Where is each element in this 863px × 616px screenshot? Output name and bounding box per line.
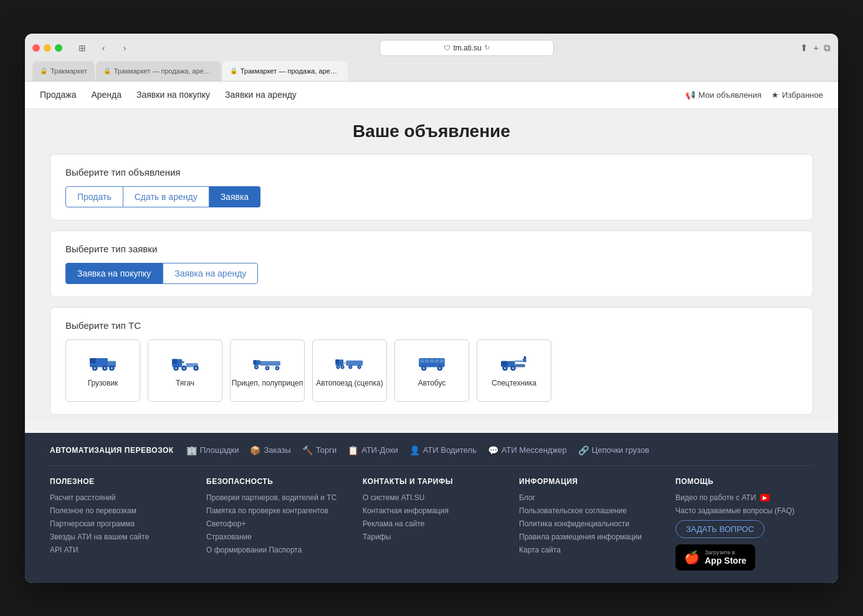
svg-rect-46 [430, 359, 434, 362]
link-memo[interactable]: Памятка по проверке контрагентов [206, 506, 344, 515]
vehicle-bus[interactable]: Автобус [394, 339, 469, 402]
link-stars[interactable]: Звезды АТИ на вашем сайте [50, 533, 188, 541]
vehicle-tractor[interactable]: Тягач [148, 339, 222, 402]
svg-rect-1 [90, 358, 96, 363]
link-sitemap[interactable]: Карта сайта [519, 546, 657, 554]
sidebar-toggle[interactable]: ⊞ [74, 42, 91, 54]
url-input[interactable]: 🛡 tm.ati.su ↻ [379, 40, 554, 56]
maximize-button[interactable] [55, 44, 62, 52]
svg-point-19 [195, 367, 197, 369]
svg-rect-25 [260, 361, 280, 365]
page-title: Ваше объявление [50, 121, 813, 141]
link-partner-program[interactable]: Партнерская программа [50, 519, 188, 528]
security-title: БЕЗОПАСНОСТЬ [206, 477, 344, 486]
tab-2[interactable]: 🔒 Тракмаркет — продажа, аренда и покупка… [96, 61, 221, 81]
link-tariffs[interactable]: Тарифы [363, 533, 500, 541]
auto-link-orders[interactable]: 📦 Заказы [250, 445, 290, 455]
footer-col-info: ИНФОРМАЦИЯ Блог Пользовательское соглаше… [519, 477, 657, 571]
browser-window: ⊞ ‹ › 🛡 tm.ati.su ↻ ⬆ + ⧉ 🔒 Тракмаркет [25, 34, 838, 583]
svg-rect-38 [346, 360, 363, 365]
svg-point-28 [267, 367, 268, 369]
footer-col-security: БЕЗОПАСНОСТЬ Проверки партнеров, водител… [206, 477, 344, 571]
svg-rect-55 [515, 364, 525, 367]
vehicle-road-train[interactable]: Автопоезд (сцепка) [312, 339, 387, 402]
link-posting-rules[interactable]: Правила размещения информации [519, 533, 657, 541]
close-button[interactable] [32, 44, 40, 52]
tab-label-2: Тракмаркет — продажа, аренда и покупка п… [114, 67, 214, 75]
link-checks[interactable]: Проверки партнеров, водителей и ТС [206, 493, 344, 502]
info-title: ИНФОРМАЦИЯ [519, 477, 657, 486]
request-button[interactable]: Заявка [209, 186, 260, 207]
bus-icon [417, 353, 447, 374]
tractor-label: Тягач [176, 379, 194, 389]
svg-point-50 [423, 367, 425, 369]
back-button[interactable]: ‹ [95, 42, 112, 54]
rent-request-button[interactable]: Заявка на аренду [163, 263, 258, 284]
site-nav: Продажа Аренда Заявки на покупку Заявки … [25, 82, 838, 109]
link-distances[interactable]: Расчет расстояний [50, 493, 188, 502]
link-privacy[interactable]: Политика конфиденциальности [519, 519, 657, 528]
link-video[interactable]: Видео по работе с АТИ ▶ [675, 493, 813, 502]
footer-col-contacts: КОНТАКТЫ И ТАРИФЫ О системе ATI.SU Конта… [363, 477, 500, 571]
svg-point-30 [277, 367, 278, 369]
browser-chrome: ⊞ ‹ › 🛡 tm.ati.su ↻ ⬆ + ⧉ 🔒 Тракмаркет [25, 34, 838, 82]
link-passport[interactable]: О формировании Паспорта [206, 546, 344, 554]
docs-label: АТИ-Доки [361, 445, 398, 455]
reload-icon[interactable]: ↻ [484, 44, 490, 52]
link-advertising[interactable]: Реклама на сайте [363, 519, 500, 528]
auto-link-driver[interactable]: 👤 АТИ Водитель [409, 445, 477, 455]
contacts-title: КОНТАКТЫ И ТАРИФЫ [363, 477, 500, 486]
tab-label-3: Тракмаркет — продажа, аренда и покупка п… [241, 67, 340, 75]
tab-1[interactable]: 🔒 Тракмаркет [32, 61, 95, 81]
my-ads-button[interactable]: 📢 Мои объявления [685, 90, 761, 100]
nav-sale[interactable]: Продажа [40, 90, 76, 100]
svg-point-60 [504, 367, 506, 369]
auto-link-docs[interactable]: 📋 АТИ-Доки [348, 445, 398, 455]
new-tab-icon[interactable]: + [813, 42, 819, 53]
auto-link-platforms[interactable]: 🏢 Площадки [186, 445, 239, 455]
link-faq[interactable]: Часто задаваемые вопросы (FAQ) [675, 506, 813, 515]
svg-rect-7 [108, 361, 115, 365]
tab-icon-3: 🔒 [230, 67, 237, 74]
auto-link-auctions[interactable]: 🔨 Торги [302, 445, 336, 455]
nav-buy-orders[interactable]: Заявки на покупку [136, 90, 210, 100]
link-user-agreement[interactable]: Пользовательское соглашение [519, 506, 657, 515]
forward-button[interactable]: › [116, 42, 133, 54]
link-transport-tips[interactable]: Полезное по перевозкам [50, 506, 188, 515]
road-train-label: Автопоезд (сцепка) [316, 379, 383, 389]
trailer-icon [252, 353, 282, 374]
tab-3[interactable]: 🔒 Тракмаркет — продажа, аренда и покупка… [222, 61, 348, 81]
link-blog[interactable]: Блог [519, 493, 657, 502]
svg-point-16 [183, 367, 185, 369]
sell-button[interactable]: Продать [65, 186, 123, 207]
automation-title: АВТОМАТИЗАЦИЯ ПЕРЕВОЗОК [50, 446, 174, 455]
link-svetofor[interactable]: Светофор+ [206, 519, 344, 528]
nav-rent[interactable]: Аренда [91, 90, 122, 100]
auto-link-chains[interactable]: 🔗 Цепочки грузов [578, 445, 649, 455]
link-api[interactable]: API АТИ [50, 546, 188, 554]
link-insurance[interactable]: Страхование [206, 533, 344, 541]
svg-point-42 [358, 366, 360, 367]
appstore-button[interactable]: 🍎 Загрузите в App Store [675, 544, 755, 571]
buy-request-button[interactable]: Заявка на покупку [65, 263, 163, 284]
auto-link-messenger[interactable]: 💬 АТИ Мессенджер [488, 445, 567, 455]
svg-point-5 [104, 367, 106, 369]
vehicle-trailer[interactable]: Прицеп, полуприцеп [230, 339, 305, 402]
svg-rect-11 [172, 359, 177, 364]
ask-question-button[interactable]: ЗАДАТЬ ВОПРОС [675, 520, 765, 538]
minimize-button[interactable] [44, 44, 51, 52]
favorites-button[interactable]: ★ Избранное [771, 90, 823, 100]
share-icon[interactable]: ⬆ [800, 42, 808, 54]
request-type-card: Выберите тип заявки Заявка на покупку За… [50, 230, 813, 297]
announcement-type-card: Выберите тип объявления Продать Сдать в … [50, 154, 813, 220]
rent-out-button[interactable]: Сдать в аренду [123, 186, 209, 207]
tabs-icon[interactable]: ⧉ [824, 42, 831, 54]
messenger-icon: 💬 [488, 445, 498, 455]
link-contact-info[interactable]: Контактная информация [363, 506, 500, 515]
vehicle-spec[interactable]: Спецтехника [477, 339, 551, 402]
tab-label-1: Тракмаркет [50, 67, 87, 75]
link-about[interactable]: О системе ATI.SU [363, 493, 500, 502]
nav-rent-orders[interactable]: Заявки на аренду [225, 90, 297, 100]
vehicle-truck[interactable]: Грузовик [65, 339, 140, 402]
vehicle-type-title: Выберите тип ТС [65, 320, 798, 331]
